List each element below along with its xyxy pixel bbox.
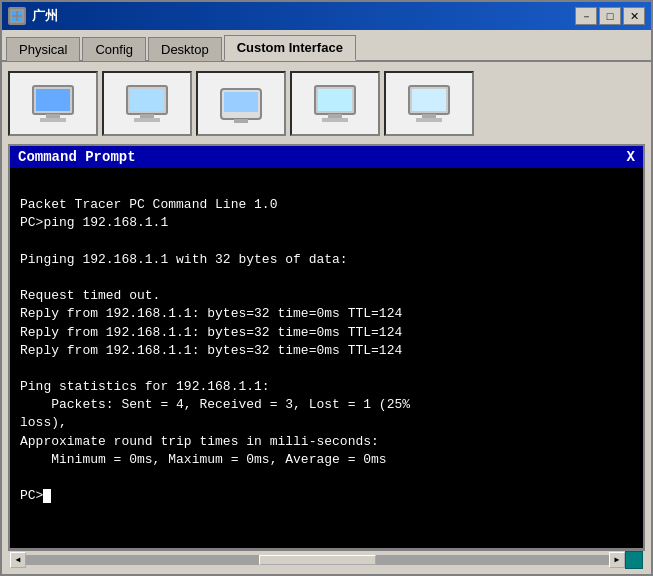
device-svg-4 <box>310 81 360 126</box>
cmd-window: Command Prompt X Packet Tracer PC Comman… <box>8 144 645 550</box>
device-svg-1 <box>28 81 78 126</box>
window-icon <box>8 7 26 25</box>
svg-rect-11 <box>140 114 154 118</box>
cmd-body[interactable]: Packet Tracer PC Command Line 1.0 PC>pin… <box>10 168 643 548</box>
scroll-left-button[interactable]: ◀ <box>10 552 26 568</box>
svg-rect-12 <box>134 118 160 122</box>
device-svg-5 <box>404 81 454 126</box>
scroll-track[interactable] <box>26 555 609 565</box>
svg-rect-1 <box>12 11 16 15</box>
minimize-button[interactable]: － <box>575 7 597 25</box>
svg-rect-6 <box>36 89 70 111</box>
svg-rect-21 <box>412 89 446 111</box>
svg-rect-17 <box>318 89 352 111</box>
device-icon-1 <box>8 71 98 136</box>
device-svg-3 <box>216 81 266 126</box>
cmd-title-text: Command Prompt <box>18 149 136 165</box>
svg-rect-7 <box>46 114 60 118</box>
device-icon-3 <box>196 71 286 136</box>
tab-bar: Physical Config Desktop Custom Interface <box>2 30 651 62</box>
svg-rect-14 <box>224 92 258 112</box>
title-bar: 广州 － □ ✕ <box>2 2 651 30</box>
svg-rect-3 <box>12 17 16 21</box>
svg-rect-22 <box>422 114 436 118</box>
svg-rect-2 <box>18 11 22 15</box>
device-icon-4 <box>290 71 380 136</box>
cursor-blink <box>43 489 51 503</box>
device-svg-2 <box>122 81 172 126</box>
svg-rect-19 <box>322 118 348 122</box>
device-icon-2 <box>102 71 192 136</box>
title-controls: － □ ✕ <box>575 7 645 25</box>
svg-rect-23 <box>416 118 442 122</box>
title-bar-left: 广州 <box>8 7 58 25</box>
cmd-close-button[interactable]: X <box>627 149 635 165</box>
main-window: 广州 － □ ✕ Physical Config Desktop Custom … <box>0 0 653 576</box>
scroll-right-button[interactable]: ▶ <box>609 552 625 568</box>
scrollbar-corner <box>625 551 643 569</box>
tab-physical[interactable]: Physical <box>6 37 80 61</box>
svg-rect-18 <box>328 114 342 118</box>
svg-rect-10 <box>130 89 164 111</box>
device-icon-5 <box>384 71 474 136</box>
tab-desktop[interactable]: Desktop <box>148 37 222 61</box>
svg-rect-8 <box>40 118 66 122</box>
window-title: 广州 <box>32 7 58 25</box>
cmd-title-bar: Command Prompt X <box>10 146 643 168</box>
maximize-button[interactable]: □ <box>599 7 621 25</box>
svg-rect-15 <box>234 119 248 123</box>
cmd-line-1: Packet Tracer PC Command Line 1.0 PC>pin… <box>20 197 410 503</box>
main-content: Command Prompt X Packet Tracer PC Comman… <box>2 62 651 574</box>
tab-custom-interface[interactable]: Custom Interface <box>224 35 356 61</box>
scroll-thumb[interactable] <box>259 555 376 565</box>
close-button[interactable]: ✕ <box>623 7 645 25</box>
svg-rect-4 <box>18 17 22 21</box>
tab-config[interactable]: Config <box>82 37 146 61</box>
bottom-scrollbar: ◀ ▶ <box>8 550 645 568</box>
device-icons-row <box>8 68 645 138</box>
